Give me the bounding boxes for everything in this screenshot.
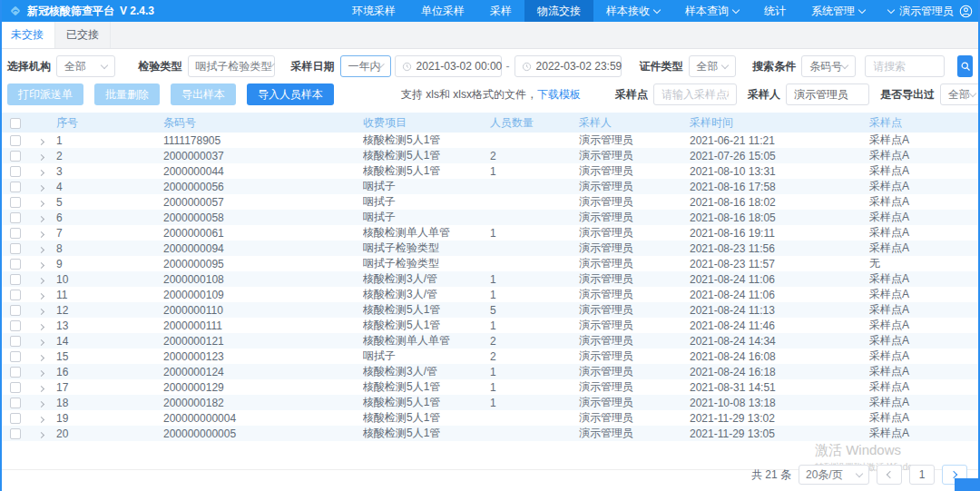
table-row: 142000000121核酸检测单人单管2演示管理员2021-08-24 14:… xyxy=(0,333,980,349)
expand-row-icon[interactable] xyxy=(38,200,44,206)
cell-barcode: 200000000004 xyxy=(163,412,236,425)
expand-row-icon[interactable] xyxy=(38,400,44,407)
search-input[interactable] xyxy=(865,55,945,77)
tab-item[interactable]: 未交接 xyxy=(0,22,55,48)
cert-type-filter-label: 证件类型 xyxy=(640,59,683,74)
test-type-select[interactable]: 咽拭子检验类型 xyxy=(188,55,275,77)
cell-sampler: 演示管理员 xyxy=(579,303,633,316)
row-checkbox[interactable] xyxy=(10,151,21,162)
batch-delete-button[interactable]: 批量删除 xyxy=(94,83,160,105)
row-checkbox[interactable] xyxy=(10,274,21,285)
expand-row-icon[interactable] xyxy=(38,431,44,437)
expand-row-icon[interactable] xyxy=(38,323,44,329)
row-checkbox[interactable] xyxy=(10,428,21,439)
row-checkbox[interactable] xyxy=(10,243,21,254)
row-checkbox[interactable] xyxy=(10,398,21,408)
row-checkbox[interactable] xyxy=(10,413,21,424)
expand-row-icon[interactable] xyxy=(38,369,44,376)
row-checkbox[interactable] xyxy=(10,382,21,393)
nav-item-label: 单位采样 xyxy=(421,4,465,19)
expand-row-icon[interactable] xyxy=(38,385,44,391)
row-checkbox[interactable] xyxy=(10,305,21,316)
expand-row-icon[interactable] xyxy=(38,339,44,345)
page-size-select[interactable]: 20条/页 xyxy=(799,465,869,485)
row-checkbox[interactable] xyxy=(10,290,21,300)
expand-row-icon[interactable] xyxy=(38,138,44,144)
search-button[interactable] xyxy=(957,55,973,77)
cell-time: 2021-11-29 13:05 xyxy=(690,427,775,440)
app-logo-icon xyxy=(9,5,22,17)
row-checkbox[interactable] xyxy=(10,351,21,362)
row-checkbox[interactable] xyxy=(10,135,21,146)
expand-row-icon[interactable] xyxy=(38,184,44,191)
scroll-corner-button[interactable] xyxy=(955,478,980,491)
pagination: 共 21 条 20条/页 1 xyxy=(751,465,967,485)
tab-item[interactable]: 已交接 xyxy=(55,22,111,48)
nav-item[interactable]: 样本接收 xyxy=(593,0,672,22)
cell-people: 1 xyxy=(490,289,496,301)
site-search-input[interactable] xyxy=(653,83,737,105)
row-checkbox[interactable] xyxy=(10,166,21,177)
exported-select[interactable]: 全部 xyxy=(940,83,980,105)
date-start-input[interactable]: 2021-03-02 00:00 xyxy=(395,55,502,77)
export-samples-button[interactable]: 导出样本 xyxy=(171,83,236,105)
date-separator: - xyxy=(506,60,510,73)
nav-item[interactable]: 物流交接 xyxy=(524,0,593,22)
cert-type-select[interactable]: 全部 xyxy=(689,55,737,77)
import-samples-button[interactable]: 导入人员样本 xyxy=(247,83,334,105)
expand-row-icon[interactable] xyxy=(38,246,44,252)
row-checkbox[interactable] xyxy=(10,228,21,239)
expand-row-icon[interactable] xyxy=(38,354,44,360)
table-row: 102000000108核酸检测3人/管1演示管理员2021-08-24 11:… xyxy=(0,271,980,287)
cell-people: 1 xyxy=(490,381,496,394)
prev-page-button[interactable] xyxy=(877,465,902,485)
tab-bar: 未交接已交接 xyxy=(0,22,980,49)
expand-row-icon[interactable] xyxy=(38,308,44,314)
cell-barcode: 2000000110 xyxy=(163,304,223,317)
org-select[interactable]: 全部 xyxy=(56,55,115,77)
expand-row-icon[interactable] xyxy=(38,292,44,299)
row-checkbox[interactable] xyxy=(10,197,21,208)
watermark-line1: 激活 Windows xyxy=(815,442,933,459)
cell-barcode: 2000000129 xyxy=(163,381,224,394)
date-preset-select[interactable]: 一年内 xyxy=(340,55,391,77)
expand-row-icon[interactable] xyxy=(38,215,44,221)
row-checkbox[interactable] xyxy=(10,182,21,192)
table-row: 182000000182核酸检测5人1管1演示管理员2021-10-08 13:… xyxy=(0,395,980,410)
row-checkbox[interactable] xyxy=(10,259,21,270)
cell-sampler: 演示管理员 xyxy=(579,411,633,424)
print-dispatch-button[interactable]: 打印派送单 xyxy=(7,83,83,105)
expand-row-icon[interactable] xyxy=(38,231,44,237)
expand-row-icon[interactable] xyxy=(38,261,44,268)
cell-item: 核酸检测5人1管 xyxy=(363,380,440,393)
org-select-value: 全部 xyxy=(64,59,86,74)
expand-row-icon[interactable] xyxy=(38,153,44,160)
row-checkbox[interactable] xyxy=(10,212,21,223)
nav-item[interactable]: 单位采样 xyxy=(408,0,477,22)
download-template-link[interactable]: 下载模板 xyxy=(537,87,581,103)
cell-sampler: 演示管理员 xyxy=(579,226,633,239)
user-menu[interactable]: 演示管理员 xyxy=(877,0,980,22)
cell-site: 采样点A xyxy=(869,411,909,424)
nav-item[interactable]: 系统管理 xyxy=(799,0,877,22)
nav-item[interactable]: 环境采样 xyxy=(339,0,408,22)
cell-people: 1 xyxy=(490,319,496,332)
select-all-checkbox[interactable] xyxy=(10,118,21,129)
nav-item[interactable]: 统计 xyxy=(751,0,799,22)
search-field-select[interactable]: 条码号 xyxy=(801,55,856,77)
expand-row-icon[interactable] xyxy=(38,169,44,175)
test-type-select-value: 咽拭子检验类型 xyxy=(196,59,272,74)
clock-icon xyxy=(522,62,532,72)
expand-row-icon[interactable] xyxy=(38,277,44,283)
nav-item[interactable]: 样本查询 xyxy=(672,0,751,22)
cell-sampler: 演示管理员 xyxy=(579,319,633,331)
current-page-button[interactable]: 1 xyxy=(909,465,935,485)
row-checkbox[interactable] xyxy=(10,367,21,378)
cell-time: 2021-07-26 15:05 xyxy=(690,150,776,162)
row-checkbox[interactable] xyxy=(10,320,21,331)
row-checkbox[interactable] xyxy=(10,336,21,347)
expand-row-icon[interactable] xyxy=(38,416,44,422)
date-end-input[interactable]: 2022-03-02 23:59 xyxy=(514,55,622,77)
nav-item[interactable]: 采样 xyxy=(477,0,524,22)
sampler-input[interactable] xyxy=(786,83,869,105)
